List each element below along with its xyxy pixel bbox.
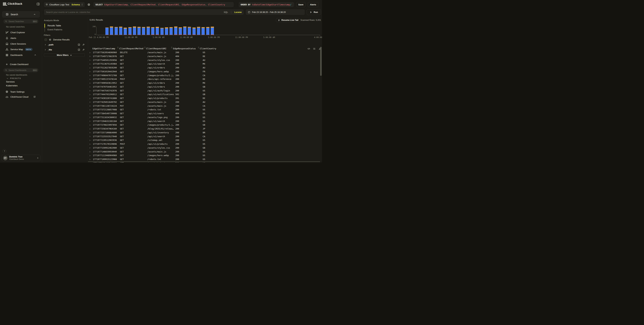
table-row[interactable]: 1771977447543742976GET/api/v1/auth/login… [88, 89, 318, 93]
row-expand-chevron-icon[interactable] [89, 140, 90, 141]
resume-live-tail-button[interactable]: Resume Live Tail [276, 18, 300, 22]
field-pin-icon[interactable] [82, 48, 85, 51]
column-header-edgeresponsestatus[interactable]: EdgeResponseStatus [173, 47, 196, 51]
preset-item-services[interactable]: Services [6, 80, 15, 83]
histogram-bar[interactable] [192, 27, 196, 35]
table-row[interactable]: 1771977490563613952GET/api/v1/orders200M… [88, 81, 318, 85]
table-row[interactable]: 1771977562054696960DELETE/assets/main.js… [88, 51, 318, 54]
row-expand-chevron-icon[interactable] [89, 67, 90, 68]
source-settings-gear-icon[interactable] [88, 3, 90, 6]
row-expand-chevron-icon[interactable] [89, 63, 90, 65]
filter-field-file[interactable]: _file [44, 48, 85, 51]
sidebar-item-search[interactable]: Search [2, 11, 40, 17]
histogram-bar[interactable] [142, 27, 145, 35]
table-row[interactable]: 1771977512627859200GET/api/v1/orders200A… [88, 66, 318, 70]
sidebar-item-alerts[interactable]: Alerts [0, 35, 42, 41]
table-row[interactable]: 1771977444703206912GET/api/v1/notificati… [88, 93, 318, 96]
field-chart-icon[interactable] [78, 48, 80, 51]
row-expand-chevron-icon[interactable] [89, 113, 90, 114]
save-button[interactable]: Save [296, 2, 306, 7]
vertical-scrollbar[interactable] [320, 47, 322, 76]
row-expand-chevron-icon[interactable] [89, 147, 90, 149]
histogram-bar[interactable] [211, 27, 214, 35]
run-button[interactable]: Run [307, 9, 321, 15]
row-expand-chevron-icon[interactable] [89, 82, 90, 84]
table-row[interactable]: 1771977220512903936GET/sitemap.xml200US [88, 138, 318, 142]
row-expand-chevron-icon[interactable] [89, 121, 90, 122]
sidebar-item-dashboards[interactable]: Dashboards [0, 52, 42, 58]
table-row[interactable]: 1771977276623097856GET/images/products/1… [88, 123, 318, 127]
histogram-bar[interactable] [156, 27, 159, 35]
row-expand-chevron-icon[interactable] [89, 59, 90, 61]
histogram-bar[interactable] [114, 27, 118, 35]
more-filters-button[interactable]: More filters [44, 53, 85, 57]
histogram-bar[interactable] [197, 27, 200, 35]
table-row[interactable]: 1771977496047072768GET/images/products/2… [88, 74, 318, 77]
saved-searches-input[interactable]: Saved Searches ⌘ K [3, 19, 38, 23]
table-row[interactable]: 1771977258347964160GET/blog/2025/01/rele… [88, 127, 318, 131]
row-expand-chevron-icon[interactable] [89, 109, 90, 110]
horizontal-scrollbar[interactable] [88, 161, 320, 162]
column-drag-handle-icon[interactable] [117, 47, 118, 48]
alerts-button[interactable]: Alerts [308, 2, 318, 7]
table-row[interactable]: 1771977513675145984GET/api/v1/search200M… [88, 62, 318, 66]
row-expand-chevron-icon[interactable] [89, 124, 90, 126]
row-expand-chevron-icon[interactable] [89, 143, 90, 145]
event-search-input[interactable]: Search your events w/ Lucene ex. column:… [44, 9, 244, 15]
user-menu[interactable]: DT Dominic Tran ClickStack Demo [2, 155, 40, 161]
histogram-bar[interactable] [119, 27, 122, 35]
table-row[interactable]: 1771977479754461952GET/api/v1/orders200G… [88, 85, 318, 89]
sidebar-item-service-map[interactable]: Service MapBETA [0, 46, 42, 52]
histogram-bar[interactable] [170, 27, 173, 35]
row-expand-chevron-icon[interactable] [89, 105, 90, 107]
select-clause-input[interactable]: SELECT EdgeStartTimestamp, ClientRequest… [93, 2, 234, 7]
histogram-bar[interactable] [183, 26, 186, 35]
table-row[interactable]: 1771977430320741888GET/api/v1/products20… [88, 96, 318, 100]
histogram-bar[interactable] [202, 27, 205, 35]
presets-toggle[interactable]: PRESETS [6, 77, 21, 79]
row-expand-chevron-icon[interactable] [89, 98, 90, 99]
table-row[interactable]: 1771977549717662976GET/assets/main.js404… [88, 54, 318, 58]
column-drag-handle-icon[interactable] [198, 47, 199, 48]
table-row[interactable]: 1771977109915123968GET/robots.txt200US [88, 157, 318, 161]
histogram-bar[interactable] [174, 26, 177, 35]
table-row[interactable]: 1771977429451649792GET/assets/main.js200… [88, 100, 318, 104]
language-toggle-sql[interactable]: SQL [224, 11, 228, 13]
histogram-bar[interactable] [106, 27, 108, 35]
language-toggle-lucene[interactable]: Lucene [234, 11, 242, 13]
row-expand-chevron-icon[interactable] [89, 132, 90, 133]
column-drag-handle-icon[interactable] [144, 47, 146, 48]
column-header-clientcountry[interactable]: ClientCountry [200, 47, 216, 51]
table-row[interactable]: 1771977495137478144POST/docs/api-referen… [88, 77, 318, 81]
histogram-bar[interactable] [151, 27, 154, 35]
source-selector[interactable]: Cloudflare Logs Test Schema [44, 2, 85, 7]
column-header-clientrequesturi[interactable]: ClientRequestURI [146, 47, 166, 51]
row-expand-chevron-icon[interactable] [89, 79, 90, 80]
row-expand-chevron-icon[interactable] [89, 75, 90, 76]
create-dashboard-button[interactable]: Create Dashboard [6, 62, 28, 66]
row-expand-chevron-icon[interactable] [89, 71, 90, 72]
table-row[interactable]: 1771977501019442944GET/images/hero.webp2… [88, 70, 318, 74]
table-row[interactable]: 1771977372136857088GET/robots.txt200US [88, 108, 318, 112]
table-row[interactable]: 1771977364549739008GET/api/v1/users404US [88, 112, 318, 116]
row-expand-chevron-icon[interactable] [89, 136, 90, 137]
histogram-bar[interactable] [124, 28, 127, 35]
column-header-clientrequestmethod[interactable]: ClientRequestMethod [119, 47, 143, 51]
table-row[interactable]: 1771977311634380032GET/assets/logo.png20… [88, 116, 318, 119]
table-row[interactable]: 1771977257100864000GET/api/v1/inventory2… [88, 131, 318, 135]
filter-field-path[interactable]: _path [44, 43, 85, 46]
results-histogram[interactable]: 240 0 Feb 23 4:00:00 PM11:00:00 PM5:00:0… [88, 26, 322, 39]
histogram-bar[interactable] [128, 27, 132, 35]
field-pin-icon[interactable] [82, 43, 85, 46]
sidebar-item-clickhouse-cloud[interactable]: ClickHouse Cloud [6, 95, 42, 99]
table-row[interactable]: 1771977381128724224PUT/assets/main.js200… [88, 104, 318, 108]
histogram-bar[interactable] [165, 27, 168, 35]
time-range-picker[interactable]: Feb 23 16:38:20 - Feb 25 16:38:20 [246, 9, 305, 15]
row-expand-chevron-icon[interactable] [89, 56, 90, 57]
row-expand-chevron-icon[interactable] [89, 155, 90, 156]
row-expand-chevron-icon[interactable] [89, 90, 90, 91]
row-expand-chevron-icon[interactable] [89, 94, 90, 95]
row-expand-chevron-icon[interactable] [89, 159, 90, 160]
row-expand-chevron-icon[interactable] [89, 101, 90, 103]
row-expand-chevron-icon[interactable] [89, 151, 90, 152]
